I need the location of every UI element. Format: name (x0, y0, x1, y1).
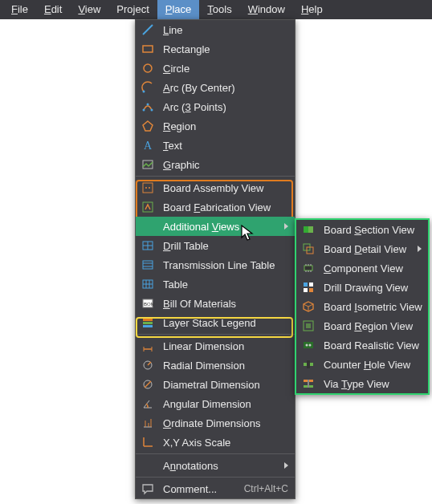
menu-item-linear-dimension[interactable]: Linear Dimension (136, 336, 295, 356)
menubar-item-window[interactable]: Window (240, 0, 293, 19)
submenu-item-board-isometric-view[interactable]: Board Isometric View (296, 297, 428, 316)
menu-item-x-y-axis-scale-label: X,Y Axis Scale (163, 437, 288, 449)
bom-icon: BOM (139, 295, 157, 312)
radial-icon (139, 356, 157, 374)
menubar-item-tools[interactable]: Tools (199, 0, 239, 19)
svg-rect-67 (307, 360, 310, 368)
menu-item-angular-dimension-label: Angular Dimension (163, 398, 288, 410)
menu-item-bill-of-materials-label: Bill Of Materials (163, 298, 288, 310)
submenu-item-board-isometric-view-label: Board Isometric View (324, 301, 422, 313)
menu-item-arc-by-center-[interactable]: Arc (By Center) (136, 78, 295, 97)
menu-separator (136, 334, 295, 335)
menu-item-radial-dimension-label: Radial Dimension (163, 360, 288, 372)
submenu-item-counter-hole-view-label: Counter Hole View (324, 359, 422, 371)
svg-rect-43 (304, 226, 308, 233)
menu-item-line[interactable]: Line (136, 20, 295, 39)
submenu-arrow-icon (418, 246, 422, 252)
menubar-item-view[interactable]: View (70, 0, 108, 19)
submenu-item-board-region-view-label: Board Region View (324, 320, 422, 332)
svg-rect-28 (143, 325, 153, 327)
menu-item-comment[interactable]: Comment...Ctrl+Alt+C (136, 479, 295, 498)
menu-item-ordinate-dimensions[interactable]: Ordinate Dimensions (136, 413, 295, 433)
menu-item-region-label: Region (163, 120, 288, 132)
menu-item-arc-3-points--label: Arc (3 Points) (163, 101, 288, 113)
submenu-item-component-view-label: Component View (324, 262, 422, 274)
menu-item-transmission-line-table-label: Transmission Line Table (163, 259, 288, 271)
table-icon (139, 275, 157, 293)
menu-item-radial-dimension[interactable]: Radial Dimension (136, 356, 295, 375)
menu-item-layer-stack-legend[interactable]: Layer Stack Legend (136, 313, 295, 332)
counter-icon (300, 356, 317, 373)
svg-line-0 (143, 25, 153, 35)
menubar-item-help[interactable]: Help (293, 0, 331, 19)
angular-icon (139, 395, 157, 413)
text-icon: A (139, 136, 157, 154)
menu-item-annotations-label: Annotations (163, 460, 281, 472)
menu-item-x-y-axis-scale[interactable]: X,Y Axis Scale (136, 433, 295, 452)
menu-item-circle-label: Circle (163, 63, 288, 75)
menubar-item-place[interactable]: Place (157, 0, 200, 19)
svg-point-3 (143, 91, 145, 93)
svg-point-12 (149, 187, 150, 189)
menu-item-text[interactable]: AText (136, 136, 295, 155)
submenu-item-counter-hole-view[interactable]: Counter Hole View (296, 355, 428, 374)
arc-3pt-icon (139, 98, 157, 116)
menu-item-diametral-dimension-label: Diametral Dimension (163, 379, 288, 391)
svg-line-59 (308, 304, 313, 307)
tline-icon (139, 256, 157, 274)
menu-item-drill-table[interactable]: Drill Table (136, 236, 295, 255)
menu-item-rectangle[interactable]: Rectangle (136, 39, 295, 59)
 (139, 217, 157, 235)
svg-rect-27 (143, 322, 153, 324)
svg-rect-63 (304, 342, 313, 348)
submenu-item-drill-drawing-view[interactable]: Drill Drawing View (296, 278, 428, 297)
menu-item-additional-views-label: Additional Views (163, 221, 281, 233)
menu-item-graphic[interactable]: Graphic (136, 155, 295, 174)
menu-separator (136, 477, 295, 478)
menu-item-board-assembly-view-label: Board Assembly View (163, 182, 288, 194)
menu-item-text-label: Text (163, 140, 288, 152)
menu-item-circle[interactable]: Circle (136, 59, 295, 78)
ordinate-icon (139, 414, 157, 432)
menubar-item-file[interactable]: File (3, 0, 36, 19)
menu-item-region[interactable]: Region (136, 116, 295, 136)
menu-item-annotations[interactable]: Annotations (136, 456, 295, 475)
svg-point-6 (147, 104, 149, 106)
svg-rect-26 (143, 319, 153, 321)
menu-item-board-assembly-view[interactable]: Board Assembly View (136, 178, 295, 197)
menu-item-table[interactable]: Table (136, 274, 295, 294)
menu-item-additional-views[interactable]: Additional Views (136, 217, 295, 236)
menubar-item-project[interactable]: Project (108, 0, 157, 19)
svg-point-65 (309, 344, 312, 347)
place-menu: LineRectangleCircleArc (By Center)Arc (3… (135, 19, 295, 499)
submenu-item-board-detail-view[interactable]: Board Detail View (296, 239, 428, 258)
submenu-item-board-region-view[interactable]: Board Region View (296, 316, 428, 335)
menu-item-diametral-dimension[interactable]: Diametral Dimension (136, 375, 295, 394)
submenu-item-board-section-view[interactable]: Board Section View (296, 220, 428, 239)
svg-text:A: A (144, 140, 153, 152)
submenu-item-component-view[interactable]: Component View (296, 258, 428, 278)
submenu-item-board-realistic-view[interactable]: Board Realistic View (296, 335, 428, 355)
menu-item-angular-dimension[interactable]: Angular Dimension (136, 394, 295, 413)
menu-item-board-fabrication-view[interactable]: Board Fabrication View (136, 197, 295, 217)
svg-line-58 (304, 304, 308, 307)
svg-line-35 (145, 381, 151, 388)
linear-icon (139, 337, 157, 355)
legend-icon (139, 314, 157, 331)
svg-rect-54 (309, 282, 313, 287)
section-icon (300, 221, 317, 238)
xyaxis-icon (139, 433, 157, 451)
menu-item-bill-of-materials[interactable]: BOMBill Of Materials (136, 294, 295, 313)
circle-icon (139, 59, 157, 77)
menu-item-layer-stack-legend-label: Layer Stack Legend (163, 317, 288, 329)
menu-item-arc-3-points-[interactable]: Arc (3 Points) (136, 97, 295, 116)
menu-item-transmission-line-table[interactable]: Transmission Line Table (136, 255, 295, 274)
menubar-item-edit[interactable]: Edit (36, 0, 70, 19)
svg-rect-1 (143, 46, 153, 52)
menu-item-line-label: Line (163, 24, 288, 36)
submenu-item-via-type-view[interactable]: Via Type View (296, 374, 428, 393)
drilldraw-icon (300, 278, 317, 296)
svg-rect-17 (143, 261, 153, 269)
submenu-arrow-icon (284, 462, 288, 469)
svg-point-64 (306, 344, 308, 347)
